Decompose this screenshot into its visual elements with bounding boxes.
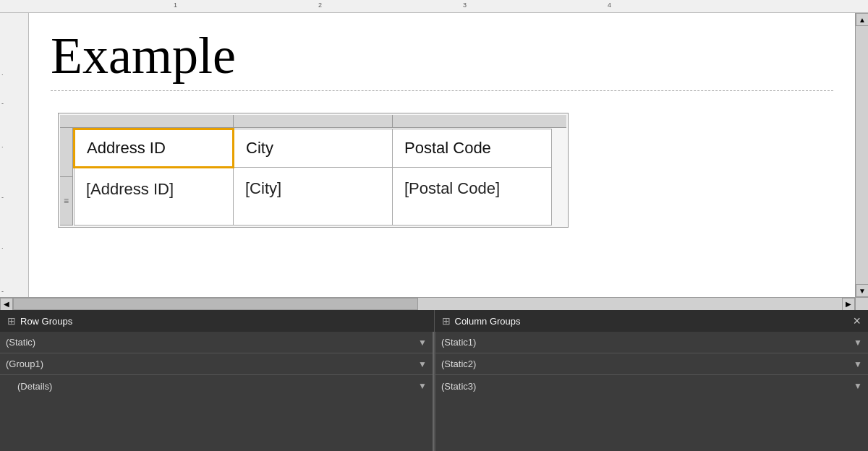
column-groups-panel: (Static1) ▼ (Static2) ▼ (Static3) ▼ [435, 332, 868, 451]
row-group-group1[interactable]: (Group1) ▼ [0, 353, 433, 375]
col-handle-1[interactable] [60, 115, 234, 127]
scroll-track-horizontal[interactable] [13, 298, 842, 310]
col-handle-3[interactable] [393, 115, 566, 127]
left-sidebar: · - · - · - [0, 13, 29, 297]
ruler-mark-v-4: - [1, 194, 4, 201]
header-cell-address-id[interactable]: Address ID [75, 129, 234, 168]
col-group-static3-arrow[interactable]: ▼ [854, 381, 862, 391]
report-title: Example [51, 27, 833, 85]
ruler-left: · - · - · - [0, 13, 28, 297]
col-group-static2[interactable]: (Static2) ▼ [435, 353, 868, 375]
row-group-details[interactable]: (Details) ▼ [0, 375, 433, 397]
row-handles: ≡ [60, 128, 73, 226]
row-group-static[interactable]: (Static) ▼ [0, 332, 433, 353]
title-divider [51, 90, 833, 91]
canvas-content: Example ≡ [29, 13, 855, 242]
cell-city[interactable]: [City] [234, 168, 393, 226]
row-groups-header: ⊞ Row Groups [0, 310, 435, 332]
column-groups-header: ⊞ Column Groups × [435, 310, 869, 332]
panel-header: ⊞ Row Groups ⊞ Column Groups × [0, 310, 868, 332]
data-table: Address ID City Postal Code [Address ID]… [73, 128, 552, 226]
col-group-static1-arrow[interactable]: ▼ [854, 338, 862, 348]
ruler-marks: 1 2 3 4 [29, 0, 868, 12]
row-group-group1-label: (Group1) [6, 358, 43, 369]
header-cell-postal-code[interactable]: Postal Code [393, 129, 552, 168]
cell-address-id[interactable]: [Address ID] [75, 168, 234, 226]
header-cell-city[interactable]: City [234, 129, 393, 168]
row-groups-panel: (Static) ▼ (Group1) ▼ (Details) ▼ [0, 332, 434, 451]
table-row: [Address ID] [City] [Postal Code] [75, 168, 552, 226]
column-groups-close[interactable]: × [853, 314, 861, 329]
table-body: ≡ Address ID City Postal Code [60, 128, 566, 226]
ruler-mark-v-1: · [1, 71, 4, 78]
cell-postal-code[interactable]: [Postal Code] [393, 168, 552, 226]
canvas-area: Example ≡ [29, 13, 855, 297]
col-handles [60, 115, 566, 128]
ruler-mark-3: 3 [463, 1, 467, 9]
column-groups-icon: ⊞ [442, 315, 451, 327]
ruler-mark-4: 4 [608, 1, 611, 9]
col-group-static3-label: (Static3) [441, 381, 476, 392]
column-groups-title: Column Groups [455, 316, 521, 327]
ruler-mark-v-3: · [1, 143, 4, 150]
scroll-right-arrow[interactable]: ▶ [842, 298, 855, 311]
ruler-mark-2: 2 [318, 1, 322, 9]
row-group-static-arrow[interactable]: ▼ [418, 338, 427, 348]
ruler-mark-v-6: - [1, 288, 4, 295]
row-handle-1[interactable]: ≡ [60, 177, 72, 226]
row-handle-icon: ≡ [64, 196, 69, 206]
table-wrapper: ≡ Address ID City Postal Code [58, 113, 569, 228]
scroll-corner [855, 298, 868, 310]
row-groups-title: Row Groups [20, 316, 72, 327]
table-header-row: Address ID City Postal Code [75, 129, 552, 168]
main-area: · - · - · - Example [0, 13, 868, 297]
col-group-static2-label: (Static2) [441, 358, 476, 369]
right-scrollbar: ▲ ▼ [855, 13, 868, 297]
col-group-static1[interactable]: (Static1) ▼ [435, 332, 868, 353]
row-handle-header[interactable] [60, 128, 72, 177]
col-group-static3[interactable]: (Static3) ▼ [435, 375, 868, 397]
scroll-bottom: ◀ ▶ [0, 297, 868, 310]
scroll-up-arrow[interactable]: ▲ [856, 13, 868, 26]
ruler-top: 1 2 3 4 [0, 0, 868, 13]
panel-content: (Static) ▼ (Group1) ▼ (Details) ▼ (Stati… [0, 332, 868, 451]
bottom-area: ⊞ Row Groups ⊞ Column Groups × (Static) … [0, 310, 868, 451]
scroll-down-arrow[interactable]: ▼ [856, 284, 868, 297]
scroll-left-arrow[interactable]: ◀ [0, 298, 13, 311]
row-group-details-label: (Details) [17, 381, 52, 392]
row-group-group1-arrow[interactable]: ▼ [418, 359, 427, 369]
scroll-thumb[interactable] [13, 298, 418, 310]
ruler-mark-v-2: - [1, 100, 4, 107]
ruler-mark-v-5: · [1, 244, 4, 252]
row-groups-icon: ⊞ [7, 315, 16, 327]
col-group-static1-label: (Static1) [441, 337, 476, 348]
row-group-details-arrow[interactable]: ▼ [418, 381, 427, 391]
row-group-static-label: (Static) [6, 337, 35, 348]
scroll-track-vertical[interactable] [856, 26, 868, 284]
col-handle-2[interactable] [234, 115, 393, 127]
col-group-static2-arrow[interactable]: ▼ [854, 359, 862, 369]
ruler-mark-1: 1 [174, 1, 177, 9]
column-groups-title-area: ⊞ Column Groups [442, 315, 521, 327]
